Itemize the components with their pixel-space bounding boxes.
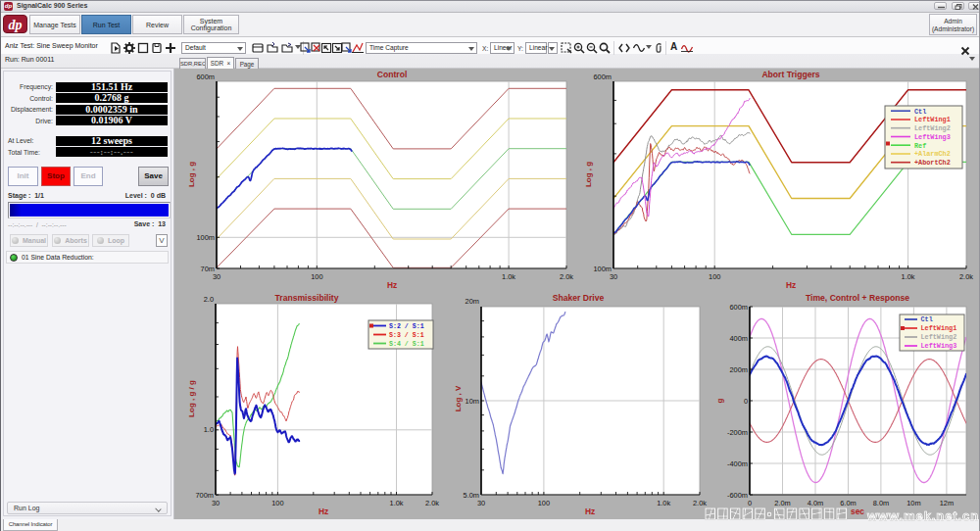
svg-text:1.0: 1.0: [204, 425, 214, 434]
svg-text:-600m: -600m: [727, 491, 748, 500]
svg-text:g: g: [715, 398, 724, 403]
svg-text:0: 0: [744, 397, 748, 406]
svg-text:600m: 600m: [730, 303, 749, 312]
svg-text:LeftWing3: LeftWing3: [914, 133, 951, 141]
svg-text:www.mek.net.cn: www.mek.net.cn: [866, 508, 979, 523]
svg-text:Hz: Hz: [786, 280, 796, 290]
svg-text:100: 100: [311, 272, 322, 281]
svg-text:LeftWing2: LeftWing2: [921, 333, 957, 341]
svg-text:Transmissibility: Transmissibility: [275, 293, 339, 303]
svg-text:30: 30: [610, 272, 617, 281]
svg-text:Control: Control: [377, 70, 408, 79]
svg-text:S:3 / S:1: S:3 / S:1: [389, 332, 424, 339]
svg-text:-200m: -200m: [727, 428, 748, 437]
svg-text:2.0k: 2.0k: [425, 499, 439, 507]
svg-text:Time, Control + Response: Time, Control + Response: [806, 293, 909, 303]
svg-text:1.0k: 1.0k: [390, 499, 404, 507]
svg-text:Hz: Hz: [585, 507, 595, 516]
svg-text:200m: 200m: [730, 365, 749, 374]
svg-text:100: 100: [271, 499, 283, 507]
svg-text:LeftWing3: LeftWing3: [921, 342, 957, 350]
svg-text:Log , g: Log , g: [584, 162, 593, 187]
svg-text:400m: 400m: [730, 334, 749, 343]
svg-text:Shaker Drive: Shaker Drive: [553, 293, 605, 303]
svg-text:100m: 100m: [197, 233, 216, 242]
svg-text:30: 30: [212, 499, 220, 507]
svg-text:Ctl: Ctl: [914, 108, 926, 116]
svg-text:Abort Triggers: Abort Triggers: [761, 70, 819, 79]
svg-text:Ref: Ref: [914, 142, 926, 150]
svg-text:+AbortCh2: +AbortCh2: [914, 159, 951, 167]
svg-text:LeftWing1: LeftWing1: [914, 116, 951, 123]
svg-text:S:4 / S:1: S:4 / S:1: [389, 341, 424, 348]
svg-text:2.0k: 2.0k: [560, 272, 573, 281]
svg-text:1.0k: 1.0k: [902, 272, 915, 281]
svg-text:600m: 600m: [197, 72, 216, 81]
svg-text:2.0: 2.0: [204, 295, 214, 304]
svg-text:Log , V: Log , V: [454, 385, 463, 411]
svg-text:10m: 10m: [466, 397, 479, 406]
svg-text:2.0k: 2.0k: [959, 272, 973, 281]
svg-text:30: 30: [477, 499, 485, 507]
svg-text:20m: 20m: [466, 297, 479, 306]
svg-text:Log , g / g: Log , g / g: [187, 380, 196, 417]
svg-text:-400m: -400m: [727, 459, 748, 468]
svg-text:LeftWing1: LeftWing1: [921, 324, 957, 332]
svg-text:Hz: Hz: [387, 280, 397, 290]
svg-text:Log , g: Log , g: [187, 162, 196, 187]
svg-text:30: 30: [213, 272, 220, 281]
svg-text:100: 100: [538, 499, 550, 507]
svg-text:600m: 600m: [594, 72, 612, 81]
svg-text:1.0k: 1.0k: [657, 499, 670, 507]
svg-text:LeftWing2: LeftWing2: [914, 124, 951, 132]
svg-text:+AlarmCh2: +AlarmCh2: [914, 150, 951, 158]
svg-text:Hz: Hz: [318, 507, 328, 516]
svg-text:S:2 / S:1: S:2 / S:1: [389, 323, 424, 330]
svg-text:Ctl: Ctl: [921, 315, 933, 323]
svg-text:100: 100: [709, 272, 720, 281]
svg-text:1.0k: 1.0k: [502, 272, 515, 281]
